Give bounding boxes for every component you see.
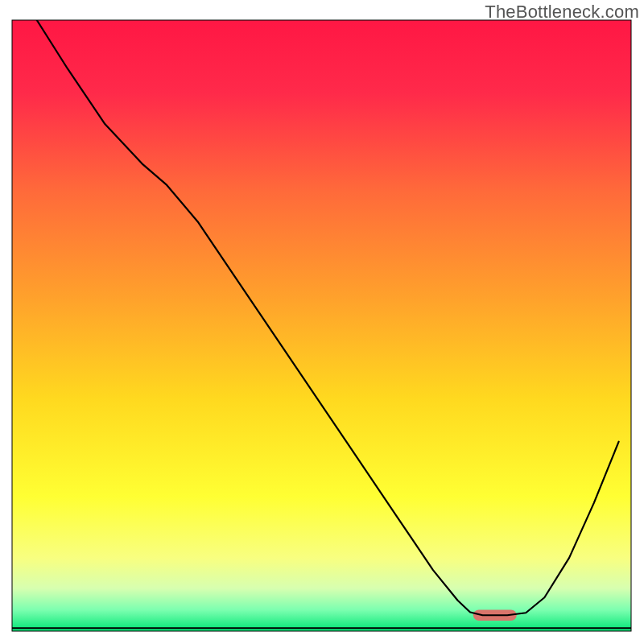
watermark-text: TheBottleneck.com (485, 2, 639, 23)
chart-container: TheBottleneck.com (0, 0, 644, 644)
bottleneck-chart (0, 0, 644, 644)
gradient-background (12, 20, 631, 631)
